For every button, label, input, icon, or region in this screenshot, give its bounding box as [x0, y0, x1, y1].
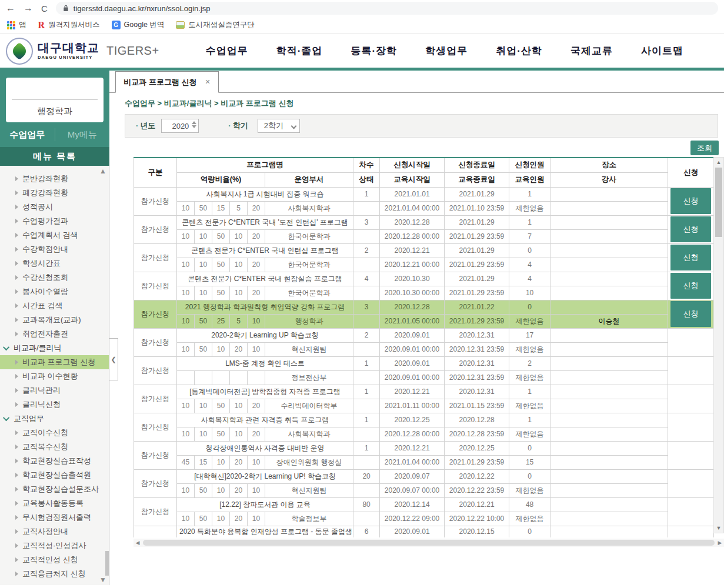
apply-button[interactable]: 신청 — [670, 273, 711, 299]
menu-scroll-up-icon[interactable]: ▲ — [99, 167, 106, 175]
cell-dept: 사회복지학과 — [265, 201, 353, 215]
table-vertical-scrollbar[interactable]: ▲ ▼ — [713, 157, 724, 533]
menu-scroll-down-icon[interactable]: ▼ — [99, 576, 106, 584]
translate-icon: G — [112, 21, 121, 29]
app-header: 대구대학교 DAEGU UNIVERSITY TIGERS+ 수업업무학적·졸업… — [0, 34, 724, 71]
cell-dept: 정보전산부 — [265, 370, 353, 385]
top-nav-item[interactable]: 취업·산학 — [496, 44, 542, 58]
sidebar-item[interactable]: 교직이수신청 — [0, 426, 109, 440]
sidebar-item[interactable]: 학교현장실습표작성 — [0, 454, 109, 468]
reload-icon[interactable]: C — [41, 4, 48, 13]
sidebar-item[interactable]: 비교과 프로그램 신청 — [0, 355, 109, 369]
cell-apply-count: 2 — [509, 356, 550, 370]
cell-apply-end: 2020.12.21 — [445, 497, 509, 512]
scroll-left-icon[interactable]: ◀ — [134, 540, 142, 546]
bookmark-google-translate[interactable]: G Google 번역 — [112, 20, 165, 30]
sidebar-item[interactable]: 학교현장실습출석원 — [0, 468, 109, 482]
col-dept: 운영부서 — [265, 172, 353, 187]
cell-status — [353, 427, 380, 441]
sidebar-item[interactable]: 교직응급처지 신청 — [0, 567, 109, 581]
cell-status — [353, 201, 380, 215]
table-horizontal-scrollbar[interactable]: ◀ ▶ — [134, 539, 724, 547]
cell-ratio: 15 — [212, 201, 230, 215]
sidebar-item[interactable]: 분반강좌현황 — [0, 172, 109, 186]
menu-scrollbar-thumb[interactable] — [105, 551, 109, 576]
bookmark-research-group[interactable]: 도시재생실증연구단 — [176, 20, 255, 30]
table-row-partial: 2020 특화분야 융복합 인재양성 프로그램 - 동문 졸업생62020.09… — [134, 526, 714, 537]
chevron-down-icon — [291, 123, 296, 129]
sidebar-item[interactable]: 교육봉사활동등록 — [0, 496, 109, 510]
sidebar-item[interactable]: 교직사정안내 — [0, 524, 109, 539]
sidebar-group[interactable]: 비교과/클리닉 — [0, 341, 109, 355]
cell-apply-start: 2020.12.21 — [380, 441, 445, 455]
sidebar-item[interactable]: 학생시간표 — [0, 256, 109, 270]
spinner-icon[interactable] — [192, 121, 196, 128]
cell-ratio: 10 — [248, 342, 265, 356]
sidebar-item[interactable]: 취업전자출결 — [0, 327, 109, 341]
university-logo[interactable]: 대구대학교 DAEGU UNIVERSITY TIGERS+ — [6, 38, 159, 65]
sidebar-group[interactable]: 교직업무 — [0, 412, 109, 426]
cell-ratio: 10 — [195, 427, 212, 441]
sidebar-item[interactable]: 봉사이수열람 — [0, 285, 109, 299]
tab-course-work[interactable]: 수업업무 — [0, 129, 55, 141]
top-nav-item[interactable]: 국제교류 — [570, 44, 613, 58]
sidebar-item[interactable]: 교직복수신청 — [0, 440, 109, 454]
sidebar-item[interactable]: 시간표 검색 — [0, 299, 109, 313]
sidebar-item[interactable]: 폐강강좌현황 — [0, 186, 109, 200]
top-nav-item[interactable]: 등록·장학 — [351, 44, 397, 58]
top-nav-item[interactable]: 학적·졸업 — [276, 44, 323, 58]
sidebar-item[interactable]: 수업계획서 검색 — [0, 228, 109, 242]
sidebar-item[interactable]: 비교과 이수현황 — [0, 369, 109, 383]
page-tab-active[interactable]: 비교과 프로그램 신청 ✕ — [115, 71, 219, 93]
bookmark-label: 앱 — [19, 20, 26, 30]
apply-button[interactable]: 신청 — [670, 188, 711, 214]
forward-icon[interactable]: → — [24, 4, 33, 13]
year-value: 2020 — [172, 122, 189, 131]
address-bar[interactable]: tigersstd.daegu.ac.kr/nxrun/ssoLogin.jsp — [56, 2, 718, 15]
horizontal-scrollbar-thumb[interactable] — [143, 540, 715, 546]
top-nav-item[interactable]: 수업업무 — [206, 44, 248, 58]
bookmark-apps[interactable]: 앱 — [7, 20, 26, 30]
cell-apply-start: 2020.12.21 — [380, 243, 445, 258]
sidebar-item[interactable]: 수업평가결과 — [0, 214, 109, 228]
bookmark-remote-support[interactable]: R 원격지원서비스 — [38, 20, 100, 31]
sidebar-item[interactable]: 교직적성·인성검사 — [0, 539, 109, 553]
scroll-down-icon[interactable]: ▼ — [714, 523, 723, 533]
close-icon[interactable]: ✕ — [205, 78, 211, 86]
chevron-down-icon — [3, 415, 9, 421]
url-text: tigersstd.daegu.ac.kr/nxrun/ssoLogin.jsp — [74, 4, 211, 13]
vertical-scrollbar-thumb[interactable] — [715, 168, 722, 237]
back-icon[interactable]: ← — [6, 4, 15, 13]
cell-edu-end: 2020.12.22 23:59 — [445, 483, 509, 497]
cell-edu-end: 2021.01.29 23:59 — [445, 229, 509, 243]
apply-button[interactable]: 신청 — [670, 216, 711, 242]
search-button[interactable]: 조회 — [690, 141, 719, 155]
apply-button[interactable]: 신청 — [670, 245, 711, 270]
sidebar-collapse-handle[interactable]: ❮ — [109, 338, 118, 380]
cell-instructor — [550, 455, 668, 469]
apply-button[interactable]: 신청 — [670, 301, 711, 327]
sidebar-item[interactable]: 성적공시 — [0, 200, 109, 214]
year-input[interactable]: 2020 — [161, 119, 199, 133]
table-row: 참가신청[12.22] 창파도서관 이용 교육802020.12.142020.… — [134, 497, 714, 512]
col-program: 프로그램명 — [177, 158, 353, 172]
sidebar-item[interactable]: 클리닉관리 — [0, 383, 109, 397]
sidebar-item[interactable]: 학교현장실습설문조사 — [0, 482, 109, 496]
scroll-right-icon[interactable]: ▶ — [716, 540, 724, 546]
sidebar-item[interactable]: 수강신청조회 — [0, 270, 109, 285]
tab-my-menu[interactable]: My메뉴 — [55, 129, 110, 141]
sidebar-item-label: 분반강좌현황 — [22, 173, 68, 184]
sidebar-item[interactable]: 수강학점안내 — [0, 242, 109, 256]
sidebar-item[interactable]: 교과목개요(교과) — [0, 313, 109, 327]
scroll-up-icon[interactable]: ▲ — [714, 158, 723, 167]
semester-select[interactable]: 2학기 — [258, 119, 300, 133]
top-nav-item[interactable]: 사이트맵 — [641, 44, 683, 58]
cell-apply-start: 2020.09.01 — [380, 356, 445, 370]
triangle-right-icon — [15, 374, 18, 379]
cell-ratio: 10 — [230, 286, 248, 300]
cell-ratio: 50 — [212, 399, 230, 413]
sidebar-item[interactable]: 무시험검정원서출력 — [0, 510, 109, 524]
sidebar-item[interactable]: 클리닉신청 — [0, 397, 109, 412]
top-nav-item[interactable]: 학생업무 — [425, 44, 468, 58]
sidebar-item[interactable]: 교직적인성 신청 — [0, 553, 109, 567]
